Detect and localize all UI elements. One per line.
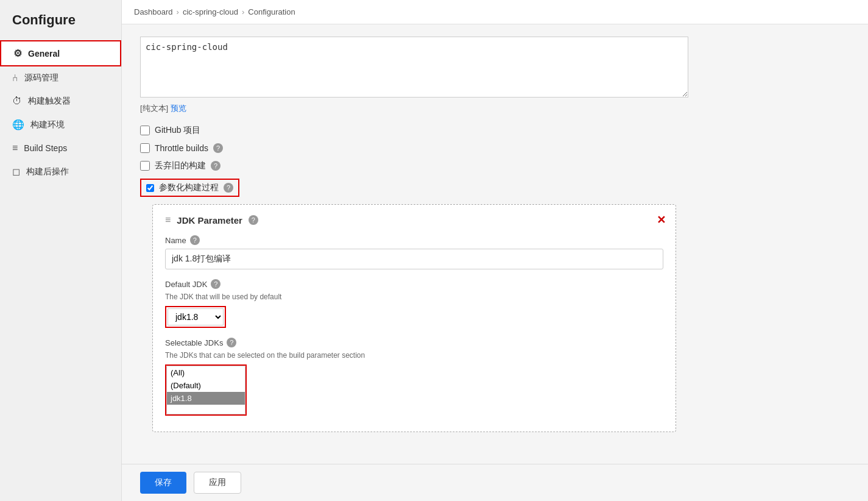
selectable-jdks-desc: The JDKs that can be selected on the bui… bbox=[165, 351, 663, 360]
sidebar-item-buildsteps[interactable]: ≡ Build Steps bbox=[0, 137, 121, 160]
content-area: cic-spring-cloud [纯文本] 预览 GitHub 项目 Thro… bbox=[122, 24, 868, 464]
buildsteps-icon: ≡ bbox=[12, 143, 18, 154]
throttle-label: Throttle builds bbox=[155, 143, 208, 153]
name-label-text: Name bbox=[165, 236, 186, 245]
plain-text-label: [纯文本] bbox=[140, 104, 168, 113]
sidebar-item-source[interactable]: ⑃ 源码管理 bbox=[0, 66, 121, 90]
text-links: [纯文本] 预览 bbox=[140, 103, 850, 114]
sidebar-label-env: 构建环境 bbox=[30, 119, 65, 130]
source-icon: ⑃ bbox=[12, 73, 18, 84]
sidebar-item-general[interactable]: ⚙ General bbox=[0, 40, 121, 66]
default-jdk-select[interactable]: jdk1.8 jdk11 jdk17 bbox=[168, 308, 224, 325]
sidebar-item-trigger[interactable]: ⏱ 构建触发器 bbox=[0, 90, 121, 113]
breadcrumb-sep1: › bbox=[177, 7, 179, 16]
sidebar-title: Configure bbox=[0, 12, 121, 40]
github-checkbox[interactable] bbox=[140, 126, 150, 135]
name-help-icon[interactable]: ? bbox=[190, 235, 200, 245]
sidebar-label-buildsteps: Build Steps bbox=[24, 143, 67, 153]
name-input[interactable] bbox=[165, 249, 663, 269]
jdk-param-help-icon[interactable]: ? bbox=[249, 215, 258, 225]
selectable-jdks-label-text: Selectable JDKs bbox=[165, 338, 223, 347]
name-field-label: Name ? bbox=[165, 235, 663, 245]
parameterized-help-icon[interactable]: ? bbox=[224, 183, 233, 193]
default-jdk-help-icon[interactable]: ? bbox=[211, 279, 221, 289]
sidebar: Configure ⚙ General ⑃ 源码管理 ⏱ 构建触发器 🌐 构建环… bbox=[0, 0, 122, 501]
drag-icon: ≡ bbox=[165, 215, 171, 226]
breadcrumb: Dashboard › cic-spring-cloud › Configura… bbox=[122, 0, 868, 24]
default-jdk-desc: The JDK that will be used by default bbox=[165, 293, 663, 301]
sidebar-label-trigger: 构建触发器 bbox=[28, 96, 71, 107]
trigger-icon: ⏱ bbox=[12, 96, 22, 107]
parameterized-checkbox[interactable] bbox=[146, 184, 154, 192]
env-icon: 🌐 bbox=[12, 119, 24, 130]
selectable-jdks-listbox[interactable]: (All) (Default) jdk1.8 bbox=[166, 366, 245, 414]
sidebar-item-env[interactable]: 🌐 构建环境 bbox=[0, 113, 121, 137]
jdk-param-header: ≡ JDK Parameter ? bbox=[165, 215, 663, 226]
throttle-checkbox-row: Throttle builds ? bbox=[140, 143, 850, 153]
breadcrumb-dashboard[interactable]: Dashboard bbox=[134, 7, 173, 16]
sidebar-label-source: 源码管理 bbox=[24, 73, 58, 84]
sidebar-label-postbuild: 构建后操作 bbox=[26, 166, 69, 177]
default-jdk-label-text: Default JDK bbox=[165, 280, 207, 289]
github-checkbox-row: GitHub 项目 bbox=[140, 125, 850, 136]
selectable-jdks-listbox-highlighted: (All) (Default) jdk1.8 bbox=[165, 364, 247, 416]
save-button[interactable]: 保存 bbox=[140, 472, 186, 494]
throttle-checkbox[interactable] bbox=[140, 143, 150, 153]
discard-label: 丢弃旧的构建 bbox=[155, 160, 206, 171]
postbuild-icon: ◻ bbox=[12, 166, 20, 177]
preview-link[interactable]: 预览 bbox=[171, 104, 186, 113]
discard-checkbox-row: 丢弃旧的构建 ? bbox=[140, 160, 850, 171]
parameterized-label: 参数化构建过程 bbox=[159, 182, 219, 193]
jdk-param-card: ≡ JDK Parameter ? ✕ Name ? Default JDK ?… bbox=[152, 204, 676, 432]
main-panel: Dashboard › cic-spring-cloud › Configura… bbox=[122, 0, 868, 501]
throttle-help-icon[interactable]: ? bbox=[213, 143, 223, 153]
jdk-param-title: JDK Parameter bbox=[177, 215, 242, 226]
gear-icon: ⚙ bbox=[13, 48, 22, 59]
selectable-jdks-help-icon[interactable]: ? bbox=[227, 338, 236, 347]
breadcrumb-project[interactable]: cic-spring-cloud bbox=[183, 7, 238, 16]
description-textarea[interactable]: cic-spring-cloud bbox=[140, 37, 688, 98]
default-jdk-select-highlighted: jdk1.8 jdk11 jdk17 bbox=[165, 306, 226, 328]
default-jdk-field-label: Default JDK ? bbox=[165, 279, 663, 289]
sidebar-label-general: General bbox=[28, 49, 60, 59]
breadcrumb-config: Configuration bbox=[248, 7, 295, 16]
discard-help-icon[interactable]: ? bbox=[211, 161, 221, 171]
bottom-bar: 保存 应用 bbox=[122, 464, 868, 501]
parameterized-row-highlighted: 参数化构建过程 ? bbox=[140, 179, 239, 197]
discard-checkbox[interactable] bbox=[140, 161, 150, 171]
sidebar-item-postbuild[interactable]: ◻ 构建后操作 bbox=[0, 160, 121, 183]
close-button[interactable]: ✕ bbox=[657, 213, 666, 227]
selectable-jdks-label: Selectable JDKs ? bbox=[165, 338, 663, 347]
github-label: GitHub 项目 bbox=[155, 125, 200, 136]
breadcrumb-sep2: › bbox=[242, 7, 244, 16]
apply-button[interactable]: 应用 bbox=[194, 472, 241, 494]
